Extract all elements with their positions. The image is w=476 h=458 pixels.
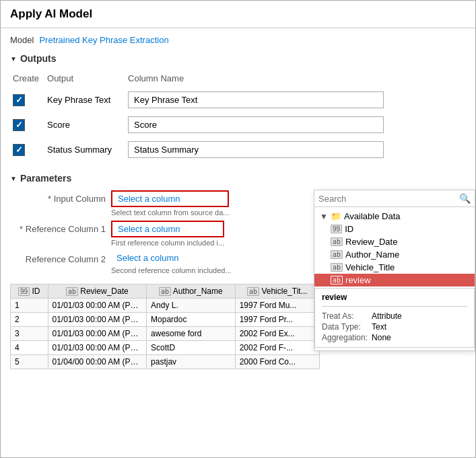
cell-date: 01/04/00 00:00 AM (PST): [48, 355, 147, 369]
input-column-hint: Select text column from source da...: [111, 208, 229, 217]
cell-date: 01/01/03 00:00 AM (PST): [48, 341, 147, 355]
output-label-score: Score: [44, 112, 125, 137]
tooltip-label-treatas: Treat As:: [322, 311, 372, 321]
reference-column1-label: * Reference Column 1: [10, 221, 111, 234]
colname-input-status-summary[interactable]: [128, 141, 384, 158]
checkbox-score[interactable]: ✓: [13, 119, 25, 131]
tree-label-id: ID: [345, 224, 353, 234]
tree-item-id[interactable]: 99 ID: [314, 223, 475, 235]
cell-date: 01/01/03 00:00 AM (PST): [48, 299, 147, 313]
col-header-create: Create: [10, 71, 44, 87]
cell-vehicle: 1997 Ford Pr...: [235, 313, 319, 327]
outputs-collapse-icon[interactable]: ▼: [10, 55, 17, 63]
tree-label-author-name: Author_Name: [345, 250, 399, 260]
table-row: 4 01/01/03 00:00 AM (PST) ScottD 2002 Fo…: [11, 341, 320, 355]
id-type-icon: 99: [18, 287, 30, 296]
tooltip-value-aggregation: None: [372, 332, 406, 343]
cell-vehicle: 2000 Ford Co...: [235, 355, 319, 369]
model-row: Model Pretrained Key Phrase Extraction: [10, 35, 466, 45]
reference-column1-select[interactable]: Select a column: [111, 221, 224, 237]
cell-id: 2: [11, 313, 48, 327]
vehicle-title-type-icon: ab: [247, 287, 259, 296]
tooltip-row-treatas: Treat As: Attribute: [322, 311, 406, 321]
cell-author: awesome ford: [147, 327, 236, 341]
table-row: 1 01/01/03 00:00 AM (PST) Andy L. 1997 F…: [11, 299, 320, 313]
data-tree: ▼ 📁 Available Data 99 ID ab Review_Date …: [314, 207, 475, 350]
reference-column1-control: Select a column First reference column i…: [111, 221, 224, 247]
table-row: 2 01/01/03 00:00 AM (PST) Mopardoc 1997 …: [11, 313, 320, 327]
col-author-name-header: ab Author_Name: [147, 284, 236, 299]
output-label-key-phrase: Key Phrase Text: [44, 87, 125, 112]
table-row: 3 01/01/03 00:00 AM (PST) awesome ford 2…: [11, 327, 320, 341]
cell-author: ScottD: [147, 341, 236, 355]
review-date-type-icon: ab: [66, 287, 78, 296]
reference-column2-hint: Second reference column included...: [111, 266, 232, 274]
review-tooltip: review Treat As: Attribute Data Type: Te…: [314, 288, 475, 348]
tree-item-review[interactable]: ab review: [314, 274, 475, 287]
output-row-2: ✓ Score: [10, 112, 466, 137]
cell-author: pastjav: [147, 355, 236, 369]
outputs-section-header: ▼ Outputs: [10, 53, 466, 64]
data-table-container: 99 ID ab Review_Date ab Author_Name ab V…: [10, 278, 321, 369]
id-field-icon: 99: [331, 225, 342, 233]
table-row: 5 01/04/00 00:00 AM (PST) pastjav 2000 F…: [11, 355, 320, 369]
cell-vehicle: 2002 Ford F-...: [235, 341, 319, 355]
tree-label-review: review: [345, 275, 371, 285]
cell-id: 5: [11, 355, 48, 369]
cell-date: 01/01/03 00:00 AM (PST): [48, 327, 147, 341]
model-label: Model: [10, 35, 34, 45]
col-id-header: 99 ID: [11, 284, 48, 299]
input-column-label: * Input Column: [10, 190, 111, 204]
tree-collapse-icon: ▼: [320, 212, 328, 221]
data-tree-popup: 🔍 ▼ 📁 Available Data 99 ID ab Revi: [314, 190, 475, 351]
input-column-control: Select a column Select text column from …: [111, 190, 229, 217]
title-text: Apply AI Model: [10, 7, 92, 20]
output-row-1: ✓ Key Phrase Text: [10, 87, 466, 112]
tree-item-vehicle-title[interactable]: ab Vehicle_Title: [314, 261, 475, 274]
tooltip-title: review: [322, 293, 347, 302]
main-window: Apply AI Model Model Pretrained Key Phra…: [0, 0, 476, 458]
col-vehicle-title-header: ab Vehicle_Tit...: [235, 284, 319, 299]
model-link[interactable]: Pretrained Key Phrase Extraction: [39, 35, 168, 45]
checkbox-key-phrase[interactable]: ✓: [13, 94, 25, 106]
window-title: Apply AI Model: [1, 1, 475, 28]
tooltip-value-datatype: Text: [372, 321, 406, 332]
data-table-header-row: 99 ID ab Review_Date ab Author_Name ab V…: [11, 284, 320, 299]
checkbox-status-summary[interactable]: ✓: [13, 144, 25, 156]
parameters-section-header: ▼ Parameters: [10, 173, 466, 184]
cell-id: 1: [11, 299, 48, 313]
colname-input-score[interactable]: [128, 116, 384, 133]
cell-author: Mopardoc: [147, 313, 236, 327]
search-icon: 🔍: [459, 193, 471, 204]
outputs-table: Create Output Column Name ✓ Key Phrase T…: [10, 71, 466, 162]
input-column-select[interactable]: Select a column: [111, 190, 229, 207]
parameters-collapse-icon[interactable]: ▼: [10, 175, 17, 182]
vehicle-title-field-icon: ab: [331, 263, 343, 272]
reference-column2-select[interactable]: Select a column: [111, 251, 232, 265]
cell-date: 01/01/03 00:00 AM (PST): [48, 313, 147, 327]
tree-root-label: Available Data: [344, 211, 401, 221]
col-review-date-header: ab Review_Date: [48, 284, 147, 299]
cell-id: 4: [11, 341, 48, 355]
reference-column2-control: Select a column Second reference column …: [111, 251, 232, 274]
review-date-field-icon: ab: [331, 237, 343, 246]
tree-label-review-date: Review_Date: [345, 237, 397, 247]
parameters-label: Parameters: [20, 173, 71, 184]
col-header-output: Output: [44, 71, 125, 87]
outputs-label: Outputs: [20, 53, 57, 64]
output-row-3: ✓ Status Summary: [10, 137, 466, 162]
tree-label-vehicle-title: Vehicle_Title: [345, 262, 395, 272]
colname-input-key-phrase[interactable]: [128, 91, 384, 108]
folder-icon: 📁: [331, 211, 341, 221]
review-field-icon: ab: [331, 276, 343, 284]
tooltip-row-datatype: Data Type: Text: [322, 321, 406, 332]
tooltip-label-aggregation: Aggregation:: [322, 332, 372, 343]
tree-item-review-date[interactable]: ab Review_Date: [314, 235, 475, 248]
data-table: 99 ID ab Review_Date ab Author_Name ab V…: [10, 284, 320, 369]
search-input[interactable]: [318, 194, 459, 204]
tooltip-value-treatas: Attribute: [372, 311, 406, 321]
col-header-colname: Column Name: [125, 71, 466, 87]
tree-root-item[interactable]: ▼ 📁 Available Data: [314, 210, 475, 223]
tree-item-author-name[interactable]: ab Author_Name: [314, 248, 475, 261]
author-name-type-icon: ab: [159, 287, 171, 296]
